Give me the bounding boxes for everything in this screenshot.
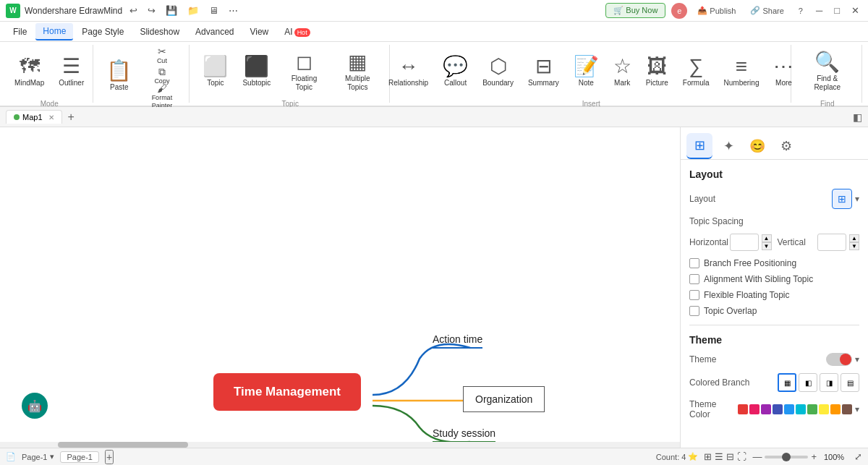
panel-tab-emoji[interactable]: 😊 bbox=[744, 133, 770, 159]
vertical-input[interactable]: 30 bbox=[817, 234, 846, 251]
panel-tab-style[interactable]: ✦ bbox=[715, 133, 741, 159]
format-painter-button[interactable]: 🖌 Format Painter bbox=[140, 87, 183, 106]
help-button[interactable]: ? bbox=[794, 5, 807, 17]
summary-icon: ⊟ bbox=[535, 56, 552, 77]
zoom-plus-button[interactable]: + bbox=[811, 451, 817, 462]
status-page-dropdown-arrow[interactable]: ▾ bbox=[50, 452, 54, 461]
boundary-button[interactable]: ⬡ Boundary bbox=[477, 46, 519, 97]
cb-option-4[interactable]: ▤ bbox=[841, 373, 859, 392]
central-node[interactable]: Time Management bbox=[213, 373, 361, 411]
collapse-button[interactable]: ⊟ bbox=[726, 451, 734, 462]
flexible-checkbox[interactable] bbox=[689, 290, 699, 300]
tab-map1[interactable]: Map1 ✕ bbox=[6, 110, 62, 124]
zoom-slider[interactable] bbox=[765, 456, 808, 458]
maximize-button[interactable]: □ bbox=[831, 4, 843, 17]
relationship-button[interactable]: ↔ Relationship bbox=[383, 46, 434, 97]
cb-option-2[interactable]: ◧ bbox=[799, 373, 817, 392]
picture-button[interactable]: 🖼 Picture bbox=[640, 46, 674, 97]
zoom-slider-knob[interactable] bbox=[782, 453, 791, 461]
summary-button[interactable]: ⊟ Summary bbox=[522, 46, 565, 97]
floating-topic-button[interactable]: ◻ Floating Topic bbox=[279, 46, 328, 97]
color-swatch-purple[interactable] bbox=[761, 404, 771, 414]
color-swatch-brown[interactable] bbox=[842, 404, 852, 414]
canvas[interactable]: Time Management Action time Organization… bbox=[0, 127, 680, 448]
menu-home[interactable]: Home bbox=[35, 23, 73, 40]
mindmap-button[interactable]: 🗺 MindMap bbox=[9, 46, 50, 97]
vertical-up-btn[interactable]: ▲ bbox=[849, 234, 859, 242]
color-swatch-orange[interactable] bbox=[830, 404, 841, 414]
more-options-button[interactable]: ⋯ bbox=[226, 4, 241, 17]
folder-button[interactable]: 📁 bbox=[184, 4, 202, 17]
undo-button[interactable]: ↩ bbox=[127, 4, 140, 17]
menu-page-style[interactable]: Page Style bbox=[75, 24, 131, 40]
horizontal-up-btn[interactable]: ▲ bbox=[762, 234, 772, 242]
formula-button[interactable]: ∑ Formula bbox=[677, 46, 715, 97]
redo-button[interactable]: ↪ bbox=[145, 4, 158, 17]
horizontal-input[interactable]: 30 bbox=[730, 234, 759, 251]
study-session-node[interactable]: Study session bbox=[433, 427, 495, 443]
add-page-button[interactable]: + bbox=[105, 450, 114, 464]
panel-tab-settings[interactable]: ⚙ bbox=[773, 133, 799, 159]
zoom-minus-button[interactable]: — bbox=[752, 451, 762, 462]
action-time-node[interactable]: Action time bbox=[433, 333, 482, 349]
grid-view-button[interactable]: ⊞ bbox=[704, 451, 712, 462]
paste-button[interactable]: 📋 Paste bbox=[101, 51, 137, 101]
fit-page-button[interactable]: ⤢ bbox=[854, 451, 862, 462]
ribbon-group-insert: ↔ Relationship 💬 Callout ⬡ Boundary ⊟ Su… bbox=[391, 45, 791, 103]
menu-view[interactable]: View bbox=[242, 24, 276, 40]
color-swatch-blue[interactable] bbox=[784, 404, 794, 414]
color-swatch-yellow[interactable] bbox=[819, 404, 829, 414]
cb-option-1[interactable]: ▦ bbox=[778, 373, 796, 392]
horizontal-scrollbar[interactable] bbox=[0, 442, 680, 448]
horizontal-down-btn[interactable]: ▼ bbox=[762, 242, 772, 250]
organization-node[interactable]: Organization bbox=[463, 386, 545, 412]
add-tab-button[interactable]: + bbox=[65, 111, 77, 124]
publish-button[interactable]: 📤 Publish bbox=[693, 4, 740, 17]
color-swatch-pink[interactable] bbox=[749, 404, 760, 414]
branch-free-checkbox[interactable] bbox=[689, 258, 699, 268]
close-button[interactable]: ✕ bbox=[848, 4, 862, 17]
user-avatar[interactable]: e bbox=[671, 3, 687, 19]
alignment-checkbox[interactable] bbox=[689, 274, 699, 284]
callout-button[interactable]: 💬 Callout bbox=[437, 46, 474, 97]
cb-option-3[interactable]: ◨ bbox=[820, 373, 838, 392]
note-button[interactable]: 📝 Note bbox=[568, 46, 605, 97]
menu-advanced[interactable]: Advanced bbox=[188, 24, 241, 40]
find-replace-button[interactable]: 🔍 Find & Replace bbox=[799, 46, 856, 97]
ai-robot-icon[interactable]: 🤖 bbox=[22, 393, 48, 419]
color-swatch-indigo[interactable] bbox=[773, 404, 783, 414]
mark-button[interactable]: ☆ Mark bbox=[608, 46, 637, 97]
theme-color-dropdown-arrow[interactable]: ▾ bbox=[855, 404, 859, 414]
menu-slideshow[interactable]: Slideshow bbox=[132, 24, 187, 40]
theme-dropdown-arrow[interactable]: ▾ bbox=[855, 354, 859, 364]
tab-close-icon[interactable]: ✕ bbox=[48, 114, 54, 121]
status-active-page[interactable]: Page-1 bbox=[60, 451, 98, 463]
topic-button[interactable]: ⬜ Topic bbox=[197, 46, 234, 97]
save-button[interactable]: 💾 bbox=[163, 4, 180, 17]
buy-now-button[interactable]: 🛒 Buy Now bbox=[605, 3, 665, 18]
view-button[interactable]: 🖥 bbox=[206, 4, 221, 17]
color-swatch-cyan[interactable] bbox=[796, 404, 806, 414]
vertical-down-btn[interactable]: ▼ bbox=[849, 242, 859, 250]
scrollbar-thumb[interactable] bbox=[58, 442, 188, 448]
layout-icon[interactable]: ⊞ bbox=[832, 189, 852, 209]
color-swatch-red[interactable] bbox=[738, 404, 748, 414]
list-view-button[interactable]: ☰ bbox=[715, 451, 723, 462]
multiple-topics-button[interactable]: ▦ Multiple Topics bbox=[332, 46, 384, 97]
subtopic-button[interactable]: ⬛ Subtopic bbox=[237, 46, 276, 97]
layout-dropdown-arrow[interactable]: ▾ bbox=[855, 194, 859, 204]
color-swatch-green[interactable] bbox=[807, 404, 817, 414]
numbering-button[interactable]: ≡ Numbering bbox=[718, 46, 765, 97]
cut-button[interactable]: ✂ Cut bbox=[140, 46, 183, 65]
panel-toggle-button[interactable]: ◧ bbox=[853, 111, 862, 123]
share-button[interactable]: 🔗 Share bbox=[746, 4, 788, 17]
outliner-button[interactable]: ☰ Outliner bbox=[53, 46, 90, 97]
menu-file[interactable]: File bbox=[6, 24, 34, 40]
menu-ai[interactable]: AIHot bbox=[277, 24, 317, 40]
minimize-button[interactable]: ─ bbox=[813, 4, 825, 17]
overlap-checkbox[interactable] bbox=[689, 306, 699, 316]
fullscreen-button[interactable]: ⛶ bbox=[737, 451, 746, 462]
theme-toggle-switch[interactable] bbox=[826, 353, 852, 366]
panel-tab-layout[interactable]: ⊞ bbox=[686, 133, 712, 159]
status-page-section[interactable]: Page-1 ▾ bbox=[22, 452, 54, 461]
